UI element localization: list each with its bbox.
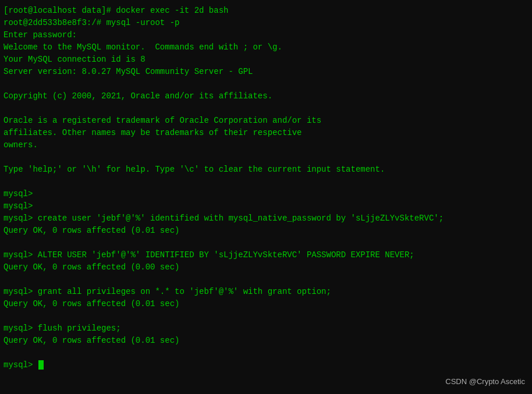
terminal-line: Query OK, 0 rows affected (0.01 sec) bbox=[3, 298, 529, 310]
terminal-line: Welcome to the MySQL monitor. Commands e… bbox=[3, 41, 529, 54]
terminal-line: mysql> flush privileges; bbox=[3, 322, 529, 335]
terminal-cursor bbox=[38, 360, 44, 370]
terminal-line: owners. bbox=[3, 139, 529, 151]
watermark: CSDN @Crypto Ascetic bbox=[445, 376, 525, 388]
terminal-line: mysql> bbox=[3, 188, 529, 200]
terminal-line: mysql> bbox=[3, 359, 529, 371]
terminal-line: Your MySQL connection id is 8 bbox=[3, 54, 529, 66]
terminal-line: affiliates. Other names may be trademark… bbox=[3, 127, 529, 139]
terminal-line: root@2dd533b8e8f3:/# mysql -uroot -p bbox=[3, 17, 529, 29]
terminal-line: Query OK, 0 rows affected (0.00 sec) bbox=[3, 261, 529, 274]
terminal-line: [root@localhost data]# docker exec -it 2… bbox=[3, 5, 529, 17]
terminal: [root@localhost data]# docker exec -it 2… bbox=[0, 0, 532, 394]
terminal-line: Query OK, 0 rows affected (0.01 sec) bbox=[3, 335, 529, 347]
terminal-output: [root@localhost data]# docker exec -it 2… bbox=[3, 5, 529, 371]
terminal-line: mysql> create user 'jebf'@'%' identified… bbox=[3, 212, 529, 225]
terminal-line: Oracle is a registered trademark of Orac… bbox=[3, 115, 529, 127]
terminal-line bbox=[3, 310, 529, 322]
terminal-line: mysql> grant all privileges on *.* to 'j… bbox=[3, 286, 529, 298]
terminal-line bbox=[3, 151, 529, 164]
terminal-line: mysql> ALTER USER 'jebf'@'%' IDENTIFIED … bbox=[3, 249, 529, 261]
terminal-line bbox=[3, 102, 529, 115]
terminal-line bbox=[3, 347, 529, 359]
terminal-line bbox=[3, 176, 529, 188]
terminal-line: Type 'help;' or '\h' for help. Type '\c'… bbox=[3, 164, 529, 176]
terminal-line: Query OK, 0 rows affected (0.01 sec) bbox=[3, 225, 529, 237]
terminal-line: Enter password: bbox=[3, 29, 529, 41]
terminal-line bbox=[3, 237, 529, 249]
terminal-line: Server version: 8.0.27 MySQL Community S… bbox=[3, 66, 529, 78]
terminal-line: Copyright (c) 2000, 2021, Oracle and/or … bbox=[3, 90, 529, 102]
terminal-line: mysql> bbox=[3, 200, 529, 212]
terminal-line bbox=[3, 78, 529, 90]
terminal-line bbox=[3, 274, 529, 286]
